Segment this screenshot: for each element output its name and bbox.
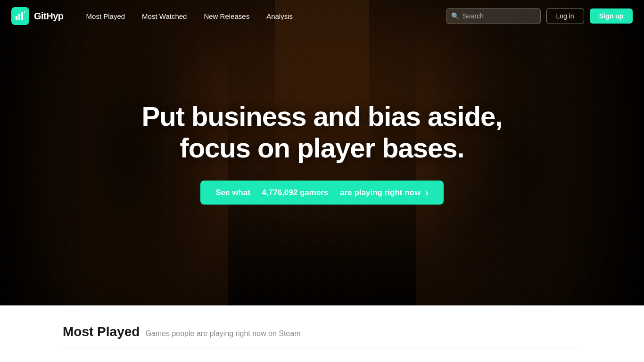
hero-cta-button[interactable]: See what 4,776,092 gamers are playing ri… [200,181,444,205]
nav-most-played[interactable]: Most Played [79,8,133,24]
hero-headline-line1: Put business and bias aside, [142,101,503,132]
hero-headline-line2: focus on player bases. [180,132,464,163]
most-played-title: Most Played [63,324,140,339]
search-wrapper: 🔍 [446,8,541,24]
most-played-header: Most Played Games people are playing rig… [63,324,581,347]
signup-button[interactable]: Sign up [590,8,633,24]
hero-right-vignette [550,0,644,305]
hero-headline: Put business and bias aside, focus on pl… [142,101,503,164]
login-button[interactable]: Log in [546,8,584,24]
navbar: GitHyp Most Played Most Watched New Rele… [0,0,644,32]
svg-rect-3 [24,11,25,13]
svg-rect-1 [18,14,20,20]
nav-right: 🔍 Log in Sign up [446,8,633,24]
logo-svg [15,10,26,22]
search-input[interactable] [446,8,541,24]
nav-links: Most Played Most Watched New Releases An… [79,8,446,24]
hero-section: Put business and bias aside, focus on pl… [0,0,644,305]
cta-arrow-icon: › [425,187,429,198]
nav-new-releases[interactable]: New Releases [196,8,257,24]
cta-suffix: are playing right now [340,188,421,197]
search-icon: 🔍 [451,12,459,20]
cta-gamers-count: 4,776,092 gamers [262,188,329,197]
cta-prefix: See what [215,188,250,197]
logo-icon [11,7,29,25]
nav-most-watched[interactable]: Most Watched [134,8,194,24]
logo-link[interactable]: GitHyp [11,7,64,25]
most-played-subtitle: Games people are playing right now on St… [145,329,300,338]
brand-name: GitHyp [34,11,64,22]
nav-analysis[interactable]: Analysis [259,8,300,24]
svg-rect-0 [16,16,17,20]
hero-content: Put business and bias aside, focus on pl… [142,101,503,205]
hero-left-vignette [0,0,94,305]
svg-rect-2 [21,12,23,20]
below-hero: Most Played Games people are playing rig… [0,305,644,347]
